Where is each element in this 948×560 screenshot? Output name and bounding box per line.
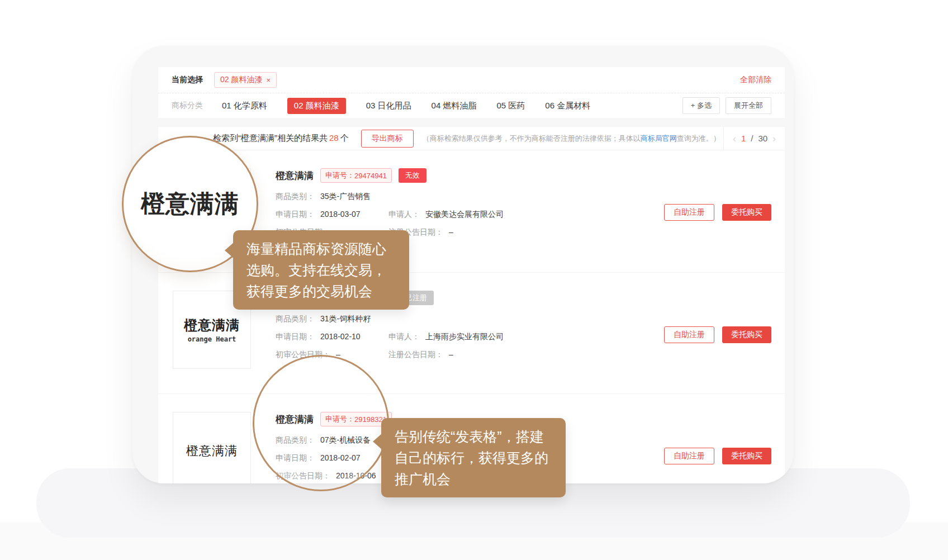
tooltip-buy-trademarks: 海量精品商标资源随心选购。支持在线交易，获得更多的交易机会 [233, 230, 409, 310]
category-item-06[interactable]: 06 金属材料 [545, 101, 590, 111]
tooltip-text: 海量精品商标资源随心选购。支持在线交易，获得更多的交易机会 [247, 241, 386, 299]
field-value: – [449, 350, 453, 360]
application-number-tag: 申请号：29474941 [320, 168, 392, 183]
field-label: 申请日期： [276, 332, 315, 342]
category-list: 01 化学原料 02 颜料油漆 03 日化用品 04 燃料油脂 05 医药 06… [222, 98, 590, 114]
category-bar-actions: + 多选 展开全部 [682, 97, 771, 114]
trademark-image-text: 橙意满满 [186, 443, 238, 459]
entrust-purchase-button[interactable]: 委托购买 [722, 326, 771, 343]
row-actions: 自助注册 委托购买 [664, 448, 771, 464]
self-register-button[interactable]: 自助注册 [664, 204, 714, 221]
apply-date-cell: 申请日期： 2018-02-10 [276, 332, 388, 342]
page-separator: / [751, 134, 753, 143]
total-pages: 30 [758, 134, 767, 143]
selected-filter-tag[interactable]: 02 颜料油漆 × [214, 72, 277, 88]
applicant-cell: 申请人： 安徽美达会展有限公司 [388, 210, 504, 220]
field-value: 31类-饲料种籽 [320, 314, 371, 324]
row-actions: 自助注册 委托购买 [664, 204, 771, 221]
summary-unit: 个 [340, 133, 349, 143]
pagination: ‹ 1 / 30 › [723, 127, 785, 150]
category-item-02-active[interactable]: 02 颜料油漆 [287, 98, 346, 114]
tooltip-build-shop: 告别传统“发表格”，搭建自己的标行，获得更多的推广机会 [381, 418, 566, 497]
entrust-purchase-button[interactable]: 委托购买 [722, 448, 771, 464]
current-selection-label: 当前选择 [172, 75, 203, 85]
registration-publication-cell: 注册公告日期： – [388, 350, 453, 360]
field-label: 注册公告日期： [388, 350, 443, 360]
category-field: 商品类别： 31类-饲料种籽 [276, 314, 664, 324]
field-label: 商品类别： [276, 314, 315, 324]
results-count: 28 [329, 133, 339, 143]
expand-all-button[interactable]: 展开全部 [726, 97, 771, 114]
field-label: 申请日期： [276, 210, 315, 220]
trademark-name: 橙意满满 [276, 169, 314, 182]
tooltip-text: 告别传统“发表格”，搭建自己的标行，获得更多的推广机会 [395, 429, 548, 487]
category-item-05[interactable]: 05 医药 [496, 101, 525, 111]
category-bar: 商标分类 01 化学原料 02 颜料油漆 03 日化用品 04 燃料油脂 05 … [158, 93, 785, 118]
field-label: 申请人： [388, 210, 420, 220]
trademark-office-link[interactable]: 商标局官网 [641, 134, 677, 143]
trademark-image-text: 橙意满满 [184, 316, 240, 334]
trademark-image-subtext: orange Heart [188, 335, 236, 343]
application-number-label: 申请号： [325, 170, 354, 181]
disclaimer-prefix: （商标检索结果仅供参考，不作为商标能否注册的法律依据；具体以 [423, 134, 641, 143]
results-header: 检索到“橙意满满”相关的结果共28个 导出商标 （商标检索结果仅供参考，不作为商… [158, 127, 785, 150]
dates-field: 申请日期： 2018-02-10 申请人： 上海雨步实业有限公司 [276, 332, 664, 342]
category-item-01[interactable]: 01 化学原料 [222, 101, 267, 111]
field-value: 2018-02-10 [320, 332, 361, 342]
prev-page-button[interactable]: ‹ [733, 134, 736, 144]
application-number-value: 29474941 [354, 172, 387, 180]
page: 当前选择 02 颜料油漆 × 全部清除 商标分类 01 化学原料 02 颜料油漆… [0, 0, 948, 560]
field-value: 35类-广告销售 [320, 192, 371, 202]
entrust-purchase-button[interactable]: 委托购买 [722, 204, 771, 221]
clear-all-button[interactable]: 全部清除 [740, 75, 771, 85]
disclaimer-suffix: 查询为准。） [677, 134, 721, 143]
export-trademarks-button[interactable]: 导出商标 [361, 130, 414, 148]
status-badge: 无效 [399, 168, 426, 183]
field-label: 申请人： [388, 332, 420, 342]
field-value: 安徽美达会展有限公司 [425, 210, 504, 220]
title-line: 橙意满满 申请号：29474941 无效 [276, 168, 664, 183]
category-item-03[interactable]: 03 日化用品 [366, 101, 411, 111]
magnifier-circle-bottom [253, 355, 389, 491]
filter-panel: 当前选择 02 颜料油漆 × 全部清除 商标分类 01 化学原料 02 颜料油漆… [158, 67, 785, 118]
remove-tag-icon[interactable]: × [266, 76, 271, 84]
results-summary: 检索到“橙意满满”相关的结果共28个 [213, 133, 349, 144]
current-page: 1 [741, 134, 746, 143]
field-label: 商品类别： [276, 192, 315, 202]
multi-select-button[interactable]: + 多选 [682, 97, 720, 114]
summary-prefix: 检索到“橙意满满”相关的结果共 [213, 133, 328, 143]
field-value: – [449, 227, 453, 238]
row-actions: 自助注册 委托购买 [664, 326, 771, 343]
current-selection-bar: 当前选择 02 颜料油漆 × 全部清除 [158, 67, 785, 93]
field-value: 2018-03-07 [320, 210, 361, 220]
selected-filter-tag-label: 02 颜料油漆 [220, 75, 262, 85]
category-bar-label: 商标分类 [172, 101, 203, 111]
apply-date-cell: 申请日期： 2018-03-07 [276, 210, 388, 220]
self-register-button[interactable]: 自助注册 [664, 448, 714, 464]
category-item-04[interactable]: 04 燃料油脂 [432, 101, 477, 111]
tooltip-tail-icon [373, 434, 382, 449]
field-value: 上海雨步实业有限公司 [425, 332, 504, 342]
magnified-trademark-text: 橙意满满 [141, 188, 239, 220]
applicant-cell: 申请人： 上海雨步实业有限公司 [388, 332, 504, 342]
next-page-button[interactable]: › [772, 134, 776, 144]
dates-field: 申请日期： 2018-03-07 申请人： 安徽美达会展有限公司 [276, 210, 664, 220]
self-register-button[interactable]: 自助注册 [664, 326, 714, 343]
trademark-image: 橙意满满 [173, 412, 251, 483]
tooltip-tail-icon [225, 243, 234, 258]
disclaimer-text: （商标检索结果仅供参考，不作为商标能否注册的法律依据；具体以商标局官网查询为准。… [423, 134, 721, 144]
category-field: 商品类别： 35类-广告销售 [276, 192, 664, 202]
